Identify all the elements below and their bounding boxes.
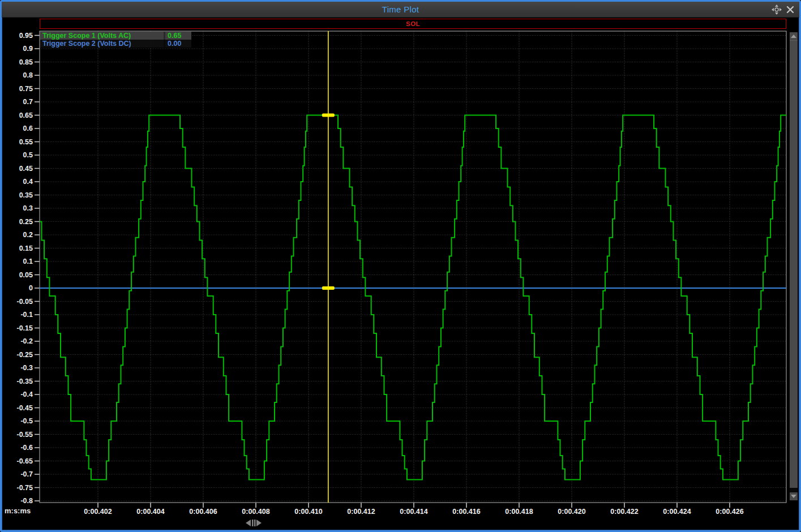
y-tick-label: 0.05 (19, 271, 33, 279)
y-tick-label: 0.9 (23, 45, 33, 53)
y-tick-label: 0.35 (19, 191, 33, 199)
y-tick-label: -0.3 (20, 364, 33, 372)
y-tick-label: -0.7 (20, 470, 33, 478)
legend-series-value: 0.65 (165, 32, 191, 40)
y-tick-label: -0.65 (17, 457, 33, 465)
y-tick-label: 0.1 (23, 258, 33, 265)
x-tick-label: 0:00.402 (84, 508, 112, 516)
y-tick-label: 0.5 (23, 151, 33, 159)
y-tick-label: -0.55 (17, 431, 33, 439)
x-tick-label: 0:00.412 (347, 508, 375, 516)
y-tick-label: -0.8 (20, 497, 33, 505)
y-tick-label: 0.7 (23, 98, 33, 106)
x-tick-label: 0:00.418 (505, 508, 533, 516)
time-plot-window: Time Plot SOL 0.950.90.850.80.750.70.650… (0, 0, 801, 532)
y-tick-label: 0 (29, 284, 33, 292)
y-tick-label: -0.2 (20, 337, 33, 345)
x-tick-label: 0:00.408 (242, 508, 269, 516)
y-tick-label: 0.65 (19, 111, 33, 119)
x-tick-label: 0:00.410 (294, 508, 322, 516)
x-tick-label: 0:00.426 (716, 508, 743, 516)
legend-row-scope2[interactable]: Trigger Scope 2 (Volts DC) 0.00 (40, 40, 191, 48)
y-tick-label: -0.05 (17, 298, 33, 306)
y-tick-label: -0.75 (17, 484, 33, 492)
waveform-plot[interactable]: 0.950.90.850.80.750.70.650.60.550.50.450… (0, 0, 801, 532)
x-tick-label: 0:00.406 (189, 508, 217, 516)
x-tick-label: 0:00.416 (452, 508, 480, 516)
vertical-scrollbar[interactable] (790, 32, 798, 500)
sol-banner: SOL (40, 19, 786, 29)
y-tick-label: 0.15 (19, 244, 33, 252)
traces (0, 115, 801, 480)
x-tick-label: 0:00.414 (400, 508, 427, 516)
cursor-marker[interactable] (322, 114, 335, 117)
y-tick-label: -0.15 (17, 324, 33, 332)
x-tick-label: 0:00.420 (558, 508, 585, 516)
sol-label: SOL (406, 20, 420, 27)
y-tick-label: 0.95 (19, 32, 33, 40)
time-format-label: m:s:ms (5, 507, 31, 515)
x-tick-label: 0:00.424 (663, 508, 691, 516)
y-tick-label: -0.6 (20, 444, 33, 452)
y-tick-label: 0.8 (23, 71, 33, 79)
scrollbar-thumb[interactable] (790, 40, 798, 488)
scroll-up-arrow[interactable] (790, 32, 798, 40)
legend-series-name: Trigger Scope 2 (Volts DC) (40, 40, 164, 48)
legend-series-value: 0.00 (165, 40, 191, 48)
cursor-marker[interactable] (322, 286, 335, 290)
x-tick-label: 0:00.422 (610, 508, 638, 516)
grid-lines (40, 31, 786, 503)
y-tick-label: 0.25 (19, 218, 33, 226)
pan-handle-icon[interactable] (246, 518, 262, 530)
y-tick-label: 0.6 (23, 125, 33, 132)
y-tick-label: -0.1 (20, 311, 33, 319)
tick-labels: 0.950.90.850.80.750.70.650.60.550.50.450… (17, 32, 744, 516)
x-tick-label: 0:00.404 (136, 508, 164, 516)
y-tick-label: 0.55 (19, 138, 33, 146)
trace-scope1 (0, 115, 801, 480)
scroll-down-arrow[interactable] (790, 492, 798, 500)
y-tick-label: 0.45 (19, 165, 33, 173)
legend: Trigger Scope 1 (Volts AC) 0.65 Trigger … (40, 32, 191, 48)
y-tick-label: -0.25 (17, 351, 33, 359)
y-tick-label: 0.3 (23, 204, 33, 212)
cursor[interactable] (322, 31, 335, 503)
y-tick-label: 0.75 (19, 85, 33, 93)
legend-series-name: Trigger Scope 1 (Volts AC) (40, 32, 164, 40)
y-tick-label: -0.4 (20, 391, 33, 398)
y-tick-label: 0.4 (23, 178, 33, 186)
y-tick-label: -0.5 (20, 417, 33, 425)
y-tick-label: -0.35 (17, 377, 33, 385)
y-tick-label: 0.2 (23, 231, 33, 239)
y-tick-label: 0.85 (19, 58, 33, 66)
legend-row-scope1[interactable]: Trigger Scope 1 (Volts AC) 0.65 (40, 32, 191, 40)
y-tick-label: -0.45 (17, 404, 33, 412)
axes (35, 31, 786, 508)
